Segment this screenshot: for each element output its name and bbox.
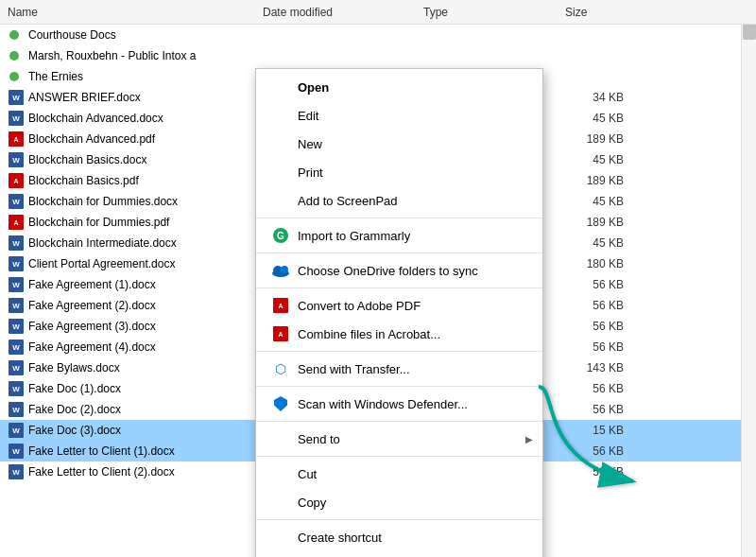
- list-item[interactable]: Courthouse Docs: [0, 25, 741, 45]
- menu-item-label: Add to ScreenPad: [298, 194, 398, 208]
- menu-item-label: Create shortcut: [298, 531, 382, 545]
- word-icon: W: [8, 152, 25, 167]
- file-size: 189 KB: [558, 216, 624, 229]
- adobe-pdf-icon: A: [271, 296, 290, 315]
- menu-item-label: Send with Transfer...: [298, 362, 410, 376]
- file-name: Fake Doc (2).docx: [28, 403, 255, 416]
- menu-item-label: Copy: [298, 496, 326, 510]
- menu-item-label: Convert to Adobe PDF: [298, 299, 421, 313]
- file-size: 56 KB: [558, 382, 624, 395]
- menu-item-label: Import to Grammarly: [298, 229, 410, 243]
- menu-item-edit[interactable]: Edit: [256, 101, 542, 130]
- col-header-name: Name: [8, 6, 263, 19]
- file-size: 56 KB: [558, 320, 624, 333]
- menu-item-defender[interactable]: Scan with Windows Defender...: [256, 390, 542, 418]
- file-size: 45 KB: [558, 236, 624, 250]
- word-icon: W: [8, 423, 25, 438]
- file-size: 180 KB: [558, 257, 624, 270]
- menu-item-delete[interactable]: Delete: [256, 551, 542, 557]
- word-icon: W: [8, 298, 25, 313]
- folder-icon: [8, 48, 25, 63]
- word-icon: W: [8, 319, 25, 334]
- menu-separator: [256, 218, 542, 218]
- file-name: Blockchain Advanced.pdf: [28, 132, 255, 146]
- list-item[interactable]: Marsh, Rouxbehn - Public Intox a: [0, 45, 741, 66]
- file-name: Fake Doc (3).docx: [28, 424, 255, 437]
- menu-item-label: Open: [298, 80, 329, 95]
- file-size: 56 KB: [558, 465, 624, 479]
- word-icon: W: [8, 339, 25, 355]
- onedrive-icon: [271, 261, 290, 280]
- file-size: 143 KB: [558, 361, 624, 374]
- file-name: Blockchain Advanced.docx: [28, 112, 255, 125]
- menu-item-convert-pdf[interactable]: A Convert to Adobe PDF: [256, 291, 542, 320]
- new-icon: [271, 134, 290, 153]
- menu-item-transfer[interactable]: ⬡ Send with Transfer...: [256, 355, 542, 383]
- svg-point-2: [281, 266, 288, 273]
- menu-item-label: Scan with Windows Defender...: [298, 397, 468, 411]
- file-name: The Ernies: [28, 70, 255, 83]
- pdf-icon: A: [8, 131, 25, 147]
- pdf-icon: A: [8, 215, 25, 230]
- file-name: Marsh, Rouxbehn - Public Intox a: [28, 49, 255, 62]
- menu-separator: [256, 351, 542, 352]
- menu-item-send-to[interactable]: Send to ▶: [256, 425, 542, 453]
- file-size: 56 KB: [558, 340, 624, 354]
- file-name: Blockchain for Dummies.docx: [28, 195, 255, 208]
- col-header-size: Size: [565, 6, 641, 19]
- menu-item-open[interactable]: Open: [256, 73, 542, 101]
- edit-icon: [271, 106, 290, 125]
- word-icon: W: [8, 194, 25, 209]
- file-name: Fake Bylaws.docx: [28, 361, 255, 374]
- file-size: 56 KB: [558, 278, 624, 291]
- file-name: ANSWER BRIEF.docx: [28, 91, 255, 104]
- menu-item-screenpad[interactable]: Add to ScreenPad: [256, 186, 542, 215]
- defender-icon: [271, 394, 290, 413]
- column-headers: Name Date modified Type Size: [0, 0, 756, 25]
- file-name: Blockchain for Dummies.pdf: [28, 216, 255, 229]
- file-name: Fake Agreement (2).docx: [28, 299, 255, 312]
- word-icon: W: [8, 444, 25, 459]
- file-name: Blockchain Basics.pdf: [28, 174, 255, 187]
- word-icon: W: [8, 235, 25, 251]
- file-name: Blockchain Intermediate.docx: [28, 236, 255, 250]
- print-icon: [271, 163, 290, 182]
- menu-item-onedrive[interactable]: Choose OneDrive folders to sync: [256, 256, 542, 285]
- scrollbar[interactable]: [741, 0, 756, 557]
- col-header-date: Date modified: [263, 6, 423, 19]
- file-size: 56 KB: [558, 403, 624, 416]
- file-size: 56 KB: [558, 299, 624, 312]
- menu-item-label: Edit: [298, 109, 318, 123]
- grammarly-icon: G: [271, 226, 290, 245]
- file-name: Fake Doc (1).docx: [28, 382, 255, 395]
- context-menu: Open Edit New Print Add to ScreenPad G: [255, 68, 543, 557]
- pdf-icon: A: [8, 173, 25, 188]
- menu-item-new[interactable]: New: [256, 130, 542, 158]
- menu-item-label: Cut: [298, 467, 317, 481]
- file-size: 189 KB: [558, 174, 624, 187]
- file-name: Courthouse Docs: [28, 28, 255, 42]
- word-icon: W: [8, 256, 25, 271]
- file-size: 15 KB: [558, 424, 624, 437]
- menu-item-copy[interactable]: Copy: [256, 488, 542, 516]
- menu-item-combine-acrobat[interactable]: A Combine files in Acrobat...: [256, 320, 542, 348]
- menu-item-cut[interactable]: Cut: [256, 460, 542, 488]
- word-icon: W: [8, 277, 25, 292]
- col-header-type: Type: [423, 6, 565, 19]
- file-size: 34 KB: [558, 91, 624, 104]
- menu-item-label: New: [298, 137, 322, 151]
- send-to-icon: [271, 429, 290, 448]
- menu-item-label: Choose OneDrive folders to sync: [298, 264, 478, 278]
- screenpad-icon: [271, 191, 290, 210]
- menu-item-label: Combine files in Acrobat...: [298, 327, 440, 341]
- file-name: Fake Agreement (4).docx: [28, 340, 255, 354]
- menu-item-grammarly[interactable]: G Import to Grammarly: [256, 221, 542, 250]
- word-icon: W: [8, 464, 25, 479]
- file-name: Fake Letter to Client (1).docx: [28, 444, 255, 458]
- open-icon: [271, 78, 290, 96]
- menu-item-print[interactable]: Print: [256, 158, 542, 186]
- copy-icon: [271, 493, 290, 512]
- menu-separator: [256, 456, 542, 457]
- menu-item-create-shortcut[interactable]: Create shortcut: [256, 523, 542, 551]
- dropbox-icon: ⬡: [271, 359, 290, 378]
